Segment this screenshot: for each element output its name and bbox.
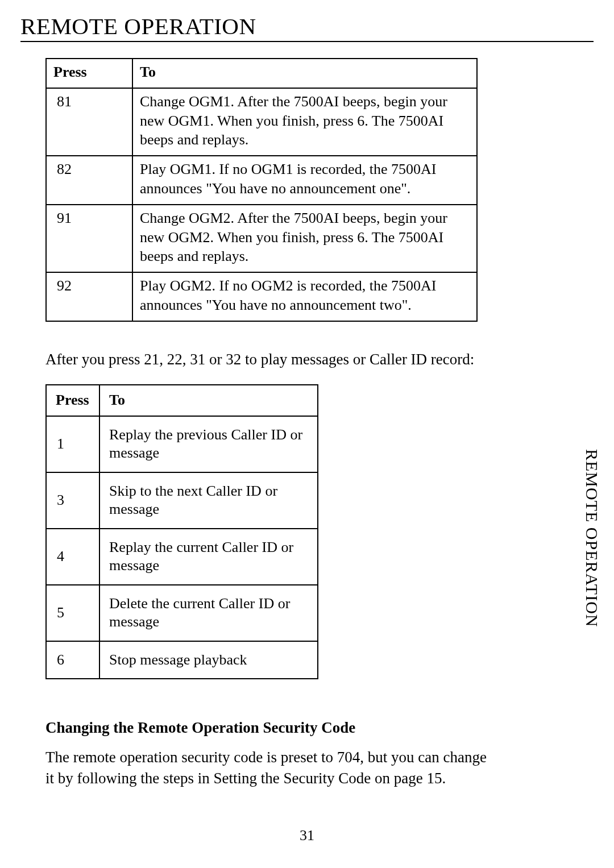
- cell-to: Skip to the next Caller ID or message: [99, 472, 318, 529]
- page-number: 31: [0, 827, 614, 844]
- cell-press: 82: [46, 156, 132, 205]
- cell-to: Play OGM2. If no OGM2 is recorded, the 7…: [132, 272, 477, 321]
- content-area: Press To 81 Change OGM1. After the 7500A…: [20, 58, 594, 788]
- cell-to: Play OGM1. If no OGM1 is recorded, the 7…: [132, 156, 477, 205]
- table-header-row: Press To: [46, 385, 318, 416]
- table-header-row: Press To: [46, 59, 477, 88]
- page-title-wrap: REMOTE OPERATION: [20, 13, 594, 42]
- table-row: 4 Replay the current Caller ID or messag…: [46, 529, 318, 585]
- table-row: 1 Replay the previous Caller ID or messa…: [46, 416, 318, 472]
- table-row: 6 Stop message playback: [46, 641, 318, 679]
- table-row: 5 Delete the current Caller ID or messag…: [46, 585, 318, 641]
- table-row: 91 Change OGM2. After the 7500AI beeps, …: [46, 205, 477, 272]
- table-row: 81 Change OGM1. After the 7500AI beeps, …: [46, 88, 477, 156]
- cell-press: 81: [46, 88, 132, 156]
- col-header-to: To: [99, 385, 318, 416]
- col-header-to: To: [132, 59, 477, 88]
- col-header-press: Press: [46, 385, 99, 416]
- cell-press: 6: [46, 641, 99, 679]
- cell-press: 1: [46, 416, 99, 472]
- mid-paragraph: After you press 21, 22, 31 or 32 to play…: [45, 349, 491, 369]
- col-header-press: Press: [46, 59, 132, 88]
- cell-to: Change OGM2. After the 7500AI beeps, beg…: [132, 205, 477, 272]
- cell-press: 91: [46, 205, 132, 272]
- page: REMOTE OPERATION Press To 81 Change OGM1…: [0, 0, 614, 868]
- cell-press: 92: [46, 272, 132, 321]
- cell-to: Delete the current Caller ID or message: [99, 585, 318, 641]
- table-row: 3 Skip to the next Caller ID or message: [46, 472, 318, 529]
- cell-press: 3: [46, 472, 99, 529]
- cell-to: Replay the current Caller ID or message: [99, 529, 318, 585]
- section-body: The remote operation security code is pr…: [45, 747, 491, 788]
- table-row: 92 Play OGM2. If no OGM2 is recorded, th…: [46, 272, 477, 321]
- side-tab-label: REMOTE OPERATION: [582, 449, 601, 628]
- section-heading: Changing the Remote Operation Security C…: [45, 719, 491, 737]
- cell-to: Stop message playback: [99, 641, 318, 679]
- cell-to: Change OGM1. After the 7500AI beeps, beg…: [132, 88, 477, 156]
- table-row: 82 Play OGM1. If no OGM1 is recorded, th…: [46, 156, 477, 205]
- page-title: REMOTE OPERATION: [20, 13, 594, 40]
- playback-commands-table: Press To 1 Replay the previous Caller ID…: [45, 384, 318, 679]
- ogm-commands-table: Press To 81 Change OGM1. After the 7500A…: [45, 58, 478, 322]
- cell-press: 4: [46, 529, 99, 585]
- cell-to: Replay the previous Caller ID or message: [99, 416, 318, 472]
- cell-press: 5: [46, 585, 99, 641]
